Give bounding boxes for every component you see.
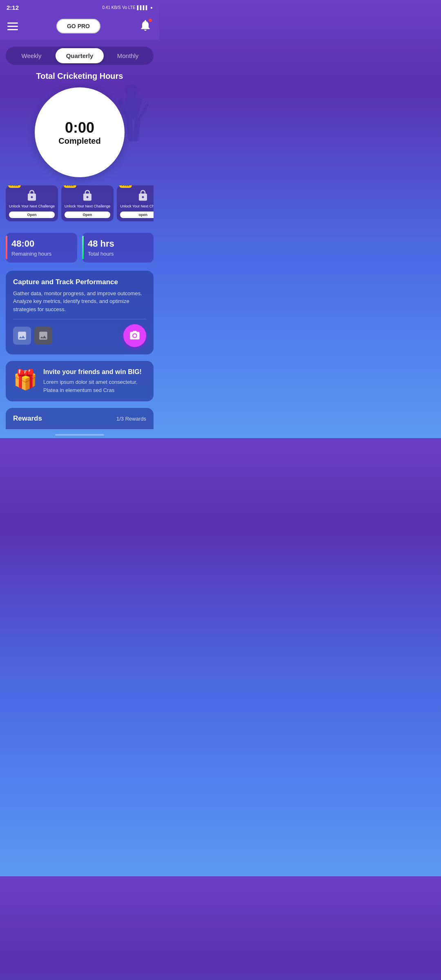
stat-remaining: 48:00 Remaining hours: [6, 233, 77, 263]
image-icon-2: [38, 330, 49, 341]
lock-icon-1: [26, 189, 38, 202]
capture-image-placeholder-1: [13, 327, 31, 345]
timer-value: 0:00: [65, 119, 94, 136]
lock-icon-3: [137, 189, 149, 202]
status-icons: 0.41 KB/S Vo LTE ▌▌▌▌ ●: [102, 5, 153, 10]
challenge-card-2: Free Unlock Your Next Challenge Open: [61, 185, 114, 221]
network-type: Vo LTE: [122, 5, 136, 10]
capture-image-placeholder-2: [34, 327, 52, 345]
open-btn-1[interactable]: Open: [9, 212, 55, 218]
scroll-bar: [55, 434, 104, 436]
go-pro-button[interactable]: GO PRO: [56, 19, 100, 33]
capture-bottom: [13, 324, 146, 347]
challenge-text-1: Unlock Your Next Challenge: [9, 204, 55, 209]
wifi-icon: ●: [150, 5, 153, 10]
timer-completed-label: Completed: [58, 136, 100, 146]
header: GO PRO: [0, 15, 159, 40]
free-badge-3: Free: [119, 185, 132, 188]
svg-rect-4: [126, 118, 134, 142]
total-border: [82, 236, 84, 259]
total-label: Total hours: [88, 251, 148, 257]
tab-monthly[interactable]: Monthly: [104, 48, 152, 63]
free-badge-1: Free: [8, 185, 21, 188]
camera-fab-button[interactable]: [123, 324, 146, 347]
rewards-label: Rewards: [13, 414, 42, 423]
remaining-border: [6, 236, 7, 259]
notification-button[interactable]: [139, 19, 152, 33]
timer-container: 0:00 Completed: [6, 87, 154, 177]
rewards-bar[interactable]: Rewards 1/3 Rewards: [6, 408, 154, 429]
tab-selector: Weekly Quarterly Monthly: [6, 47, 154, 65]
remaining-value: 48:00: [11, 238, 71, 249]
total-value: 48 hrs: [88, 238, 148, 249]
challenges-row: Free Unlock Your Next Challenge Open Fre…: [6, 185, 154, 225]
tab-quarterly[interactable]: Quarterly: [56, 48, 104, 63]
svg-point-0: [125, 85, 138, 97]
capture-title: Capture and Track Performance: [13, 278, 146, 286]
invite-card: 🎁 Invite your friends and win BIG! Lorem…: [6, 361, 154, 401]
invite-text-area: Invite your friends and win BIG! Lorem i…: [43, 368, 146, 394]
status-time: 2:12: [7, 4, 19, 11]
lock-icon-2: [81, 189, 94, 202]
challenge-card-3: Free Unlock Your Next Challenge open: [117, 185, 154, 221]
free-badge-2: Free: [64, 185, 76, 188]
timer-circle: 0:00 Completed: [35, 87, 125, 177]
capture-divider: [13, 319, 146, 319]
scroll-indicator: [0, 429, 159, 438]
challenge-text-3: Unlock Your Next Challenge: [120, 204, 154, 209]
capture-images: [13, 327, 52, 345]
stat-total: 48 hrs Total hours: [82, 233, 154, 263]
signal-bars: ▌▌▌▌: [137, 5, 149, 10]
network-speed: 0.41 KB/S: [102, 5, 121, 10]
stats-row: 48:00 Remaining hours 48 hrs Total hours: [6, 233, 154, 263]
main-content: Total Cricketing Hours 0:00 Completed Fr…: [0, 71, 159, 429]
gift-icon: 🎁: [13, 368, 38, 391]
capture-description: Gather data, monitor progress, and impro…: [13, 290, 146, 314]
status-bar: 2:12 0.41 KB/S Vo LTE ▌▌▌▌ ●: [0, 0, 159, 15]
notification-dot: [148, 18, 153, 23]
rewards-count: 1/3 Rewards: [116, 416, 146, 422]
invite-description: Lorem ipsum dolor sit amet consectetur. …: [43, 378, 146, 394]
camera-icon: [129, 330, 140, 341]
capture-card: Capture and Track Performance Gather dat…: [6, 271, 154, 355]
challenge-card-1: Free Unlock Your Next Challenge Open: [6, 185, 58, 221]
invite-title: Invite your friends and win BIG!: [43, 368, 146, 376]
menu-button[interactable]: [7, 22, 18, 30]
open-btn-2[interactable]: Open: [65, 212, 110, 218]
image-icon-1: [17, 330, 27, 341]
challenge-text-2: Unlock Your Next Challenge: [65, 204, 110, 209]
open-btn-3[interactable]: open: [120, 212, 154, 218]
remaining-label: Remaining hours: [11, 251, 71, 257]
tab-weekly[interactable]: Weekly: [7, 48, 56, 63]
